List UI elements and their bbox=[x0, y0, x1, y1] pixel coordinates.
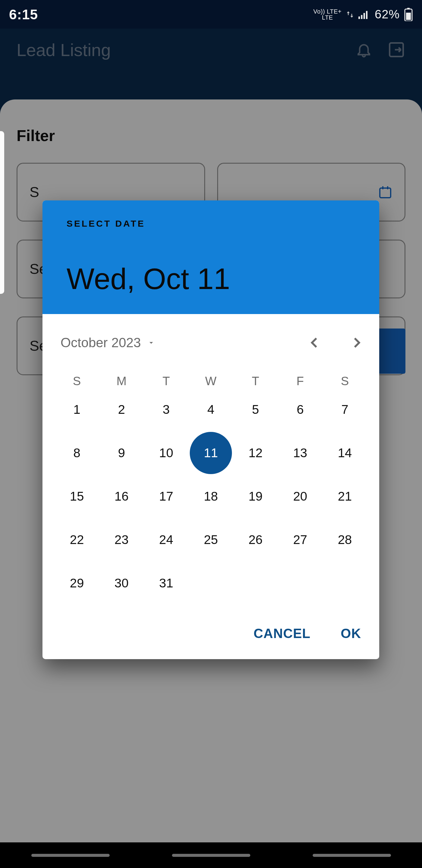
weekday-header-row: SMTWTFS bbox=[55, 374, 367, 388]
system-nav-bar bbox=[0, 842, 422, 868]
calendar-day-number: 25 bbox=[189, 518, 232, 561]
status-right: Vo)) LTE+ LTE 62% bbox=[313, 7, 413, 21]
calendar-day[interactable]: 21 bbox=[323, 475, 367, 518]
calendar-day-number: 31 bbox=[144, 561, 188, 605]
weekday-header: F bbox=[278, 374, 322, 388]
status-time: 6:15 bbox=[9, 6, 38, 23]
calendar-day[interactable]: 18 bbox=[189, 475, 233, 518]
calendar-day[interactable]: 3 bbox=[144, 388, 189, 431]
calendar-day-number: 28 bbox=[323, 518, 366, 561]
calendar-day[interactable]: 14 bbox=[323, 431, 367, 475]
calendar-day-number: 26 bbox=[234, 518, 277, 561]
cancel-button[interactable]: CANCEL bbox=[254, 626, 311, 641]
data-arrows-icon bbox=[346, 10, 354, 19]
dropdown-triangle-icon bbox=[147, 338, 155, 347]
svg-rect-0 bbox=[358, 16, 360, 19]
next-month-button[interactable] bbox=[349, 335, 364, 350]
date-picker-header: SELECT DATE Wed, Oct 11 bbox=[42, 200, 379, 314]
calendar-day[interactable]: 19 bbox=[233, 475, 278, 518]
battery-percent: 62% bbox=[375, 7, 400, 21]
nav-recent-button[interactable] bbox=[31, 854, 110, 857]
calendar-day-number: 9 bbox=[100, 431, 143, 475]
calendar-day-number: 10 bbox=[144, 431, 188, 475]
calendar-day[interactable]: 9 bbox=[99, 431, 144, 475]
calendar-day-number: 20 bbox=[279, 475, 322, 518]
weekday-header: T bbox=[144, 374, 189, 388]
calendar-day-number: 11 bbox=[190, 432, 232, 474]
weekday-header: M bbox=[99, 374, 144, 388]
calendar-day[interactable]: 23 bbox=[99, 518, 144, 561]
ok-button[interactable]: OK bbox=[341, 626, 361, 641]
calendar-day[interactable]: 11 bbox=[189, 431, 233, 475]
calendar-day-number: 21 bbox=[323, 475, 366, 518]
weekday-header: T bbox=[233, 374, 278, 388]
calendar-day[interactable]: 13 bbox=[278, 431, 322, 475]
weekday-header: W bbox=[189, 374, 233, 388]
calendar-day-number: 1 bbox=[55, 388, 98, 431]
calendar-day[interactable]: 4 bbox=[189, 388, 233, 431]
calendar-day-number: 6 bbox=[279, 388, 322, 431]
calendar-day-number: 8 bbox=[55, 431, 98, 475]
calendar-day-number: 17 bbox=[144, 475, 188, 518]
calendar-day[interactable]: 26 bbox=[233, 518, 278, 561]
calendar-day-number: 27 bbox=[279, 518, 322, 561]
calendar-day[interactable]: 22 bbox=[55, 518, 99, 561]
date-picker-selected-date: Wed, Oct 11 bbox=[67, 262, 355, 296]
calendar-day[interactable]: 1 bbox=[55, 388, 99, 431]
calendar-day-number: 29 bbox=[55, 561, 98, 605]
calendar-day[interactable]: 31 bbox=[144, 561, 189, 605]
calendar-day[interactable]: 25 bbox=[189, 518, 233, 561]
calendar-day[interactable]: 5 bbox=[233, 388, 278, 431]
date-picker-dialog: SELECT DATE Wed, Oct 11 October 2023 bbox=[42, 200, 379, 659]
calendar-day[interactable]: 12 bbox=[233, 431, 278, 475]
calendar-day[interactable]: 2 bbox=[99, 388, 144, 431]
calendar-day[interactable]: 27 bbox=[278, 518, 322, 561]
calendar-day[interactable]: 20 bbox=[278, 475, 322, 518]
calendar-day-number: 7 bbox=[323, 388, 366, 431]
calendar-day[interactable]: 30 bbox=[99, 561, 144, 605]
battery-icon bbox=[404, 8, 413, 21]
calendar-day-number: 16 bbox=[100, 475, 143, 518]
calendar-day[interactable]: 10 bbox=[144, 431, 189, 475]
svg-rect-6 bbox=[406, 13, 411, 20]
weekday-header: S bbox=[55, 374, 99, 388]
calendar-day-number: 5 bbox=[234, 388, 277, 431]
calendar-day[interactable]: 15 bbox=[55, 475, 99, 518]
calendar-day[interactable]: 28 bbox=[323, 518, 367, 561]
svg-rect-1 bbox=[361, 15, 362, 19]
prev-month-button[interactable] bbox=[307, 335, 322, 350]
calendar-day[interactable]: 16 bbox=[99, 475, 144, 518]
calendar-day[interactable]: 6 bbox=[278, 388, 322, 431]
calendar-day-number: 2 bbox=[100, 388, 143, 431]
nav-back-button[interactable] bbox=[313, 854, 391, 857]
date-picker-supertitle: SELECT DATE bbox=[67, 218, 355, 229]
svg-rect-5 bbox=[407, 8, 410, 9]
nav-home-button[interactable] bbox=[172, 854, 250, 857]
app-area: Lead Listing Filter S Se Se er bbox=[0, 29, 422, 842]
weekday-header: S bbox=[323, 374, 367, 388]
calendar-grid: 1234567891011121314151617181920212223242… bbox=[55, 388, 367, 605]
status-bar: 6:15 Vo)) LTE+ LTE 62% bbox=[0, 0, 422, 29]
edge-swipe-handle[interactable] bbox=[0, 131, 4, 294]
network-indicator: Vo)) LTE+ LTE bbox=[313, 8, 342, 21]
svg-rect-2 bbox=[363, 13, 365, 19]
calendar-day-number: 18 bbox=[189, 475, 232, 518]
calendar-day-number: 15 bbox=[55, 475, 98, 518]
calendar-day-number: 23 bbox=[100, 518, 143, 561]
network-top: Vo)) LTE+ bbox=[313, 8, 342, 14]
calendar-day-number: 30 bbox=[100, 561, 143, 605]
signal-icon bbox=[358, 10, 370, 19]
calendar-day-number: 12 bbox=[234, 431, 277, 475]
calendar-day-number: 14 bbox=[323, 431, 366, 475]
calendar-day-number: 4 bbox=[189, 388, 232, 431]
calendar-day[interactable]: 7 bbox=[323, 388, 367, 431]
network-bottom: LTE bbox=[322, 14, 333, 21]
calendar-day-number: 24 bbox=[144, 518, 188, 561]
calendar-day[interactable]: 29 bbox=[55, 561, 99, 605]
calendar-day[interactable]: 17 bbox=[144, 475, 189, 518]
svg-rect-3 bbox=[366, 11, 367, 19]
calendar-day-number: 19 bbox=[234, 475, 277, 518]
month-year-dropdown[interactable]: October 2023 bbox=[61, 335, 155, 350]
calendar-day[interactable]: 8 bbox=[55, 431, 99, 475]
calendar-day[interactable]: 24 bbox=[144, 518, 189, 561]
